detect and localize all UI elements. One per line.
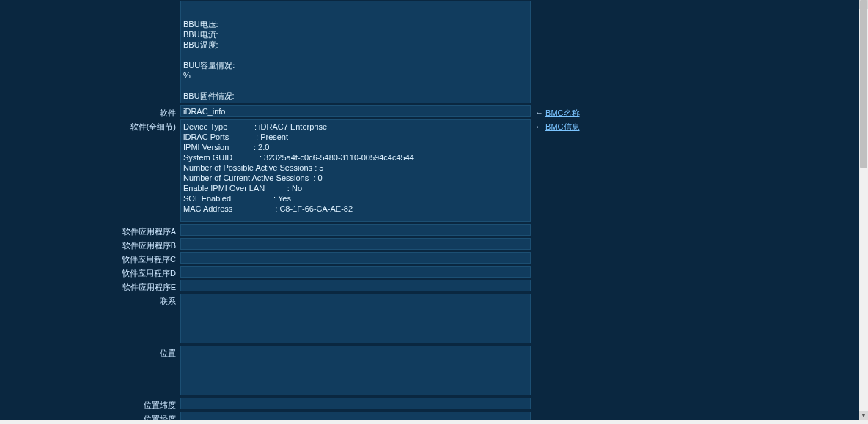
longitude-input[interactable]	[180, 412, 531, 420]
scroll-thumb[interactable]	[860, 0, 867, 168]
link-bmc-name[interactable]: BMC名称	[545, 108, 579, 117]
appD-input[interactable]	[180, 266, 531, 278]
label-latitude: 位置纬度	[3, 398, 180, 411]
outer-vertical-scrollbar[interactable]: ▲ ▼	[859, 0, 868, 420]
label-appC: 软件应用程序C	[3, 252, 180, 265]
contact-textarea[interactable]	[180, 294, 531, 343]
label-location: 位置	[3, 346, 180, 359]
link-bmc-info[interactable]: BMC信息	[545, 122, 579, 131]
appE-input[interactable]	[180, 280, 531, 291]
label-contact: 联系	[3, 294, 180, 307]
hint-bmc-name: ← BMC名称	[535, 105, 580, 119]
hint-bmc-info: ← BMC信息	[535, 119, 580, 133]
scroll-down-button[interactable]: ▼	[859, 411, 868, 420]
appC-input[interactable]	[180, 252, 531, 264]
software-detail-textarea[interactable]	[180, 119, 531, 222]
software-input[interactable]	[180, 105, 531, 117]
empty-label	[3, 1, 180, 3]
appB-input[interactable]	[180, 238, 531, 250]
outer-horizontal-scrollbar-track	[0, 420, 868, 424]
arrow-icon: ←	[535, 108, 543, 117]
label-longitude: 位置经度	[3, 412, 180, 420]
label-appB: 软件应用程序B	[3, 238, 180, 251]
latitude-input[interactable]	[180, 398, 531, 409]
page-scroll[interactable]: 软件 ← BMC名称 软件(全细节) ← BMC信息	[0, 0, 859, 420]
arrow-icon: ←	[535, 122, 543, 131]
appA-input[interactable]	[180, 224, 531, 236]
label-appA: 软件应用程序A	[3, 224, 180, 237]
label-appD: 软件应用程序D	[3, 266, 180, 279]
label-appE: 软件应用程序E	[3, 280, 180, 293]
label-software: 软件	[3, 105, 180, 119]
location-textarea[interactable]	[180, 346, 531, 395]
raid-bbu-textarea[interactable]	[180, 1, 531, 103]
label-software-detail: 软件(全细节)	[3, 119, 180, 133]
